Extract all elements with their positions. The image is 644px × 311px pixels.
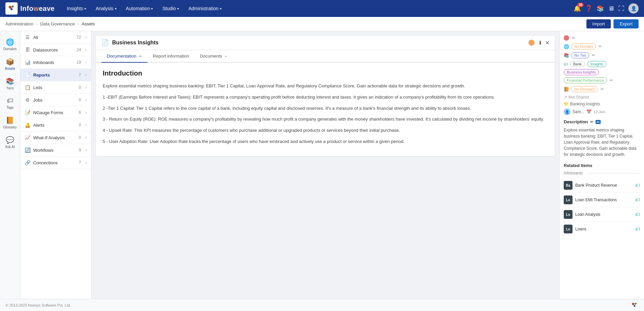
sidebar-item-tiers-label: Tiers <box>6 86 14 90</box>
related-item-loan-emi-transactions[interactable]: Lo Loan EMI Transactions 🏷 <box>564 193 640 207</box>
ngauge-label: NGauge Forms <box>33 110 76 115</box>
breadcrumb-data-governance[interactable]: Data Governance <box>40 21 75 26</box>
share-icon: ↗ <box>564 95 567 100</box>
infoboards-icon: 📊 <box>24 60 30 65</box>
related-tag-icon-1: 🏷 <box>635 183 640 188</box>
tag-chip-business-insights[interactable]: Business Insights <box>564 69 599 75</box>
sidebar-item-domains[interactable]: 🌐 Domains <box>0 35 20 54</box>
sidebar-item-glossary-label: Glossary <box>3 125 17 129</box>
doc-intro: Explore essential metrics shaping busine… <box>103 83 548 90</box>
footer-copyright: © 2013-2025 Noesys Software Pvt. Ltd. <box>5 303 71 307</box>
doc-point-4: 4 - Upsell Rate: This KPI measures the p… <box>103 127 548 134</box>
related-icon-lo1: Lo <box>564 195 573 204</box>
tab-report-information[interactable]: Report information <box>147 50 194 63</box>
rs-tags-row: 🏷 Bank Insights Business Insights Financ… <box>564 61 640 83</box>
edit-icon: ✏ <box>139 54 142 58</box>
tag-chip-bank[interactable]: Bank <box>570 61 585 67</box>
asset-list-item-jobs[interactable]: ⚙ Jobs 0 ≡ <box>20 94 91 106</box>
tag-chip-financial-performance[interactable]: Financial Performance <box>564 77 607 83</box>
user-small-avatar: 👤 <box>564 108 570 115</box>
arrow-icon-11: ≡ <box>85 161 87 165</box>
glossary-edit-button[interactable]: ✏ <box>601 87 604 91</box>
sidebar-item-tiers[interactable]: 📚 Tiers <box>0 75 20 93</box>
monitor-icon[interactable]: 🖥 <box>608 5 614 12</box>
tiers-icon: 📚 <box>6 77 14 85</box>
connections-count: 7 <box>79 160 81 165</box>
asset-list-item-datasources[interactable]: 🗄 Datasources 24 ≡ <box>20 44 91 56</box>
doc-point-5: 5 - User Adoption Rate: User Adoption Ra… <box>103 138 548 145</box>
sidebar-item-glossary[interactable]: 📙 Glossary <box>0 113 20 132</box>
nav-item-insights[interactable]: Insights ▾ <box>63 4 90 13</box>
description-edit-button[interactable]: ✏ <box>590 120 594 124</box>
rs-infoboards-label: Infoboards <box>564 171 640 175</box>
related-item-loan-analysis[interactable]: Lo Loan Analysis 🏷 <box>564 207 640 222</box>
tags-edit-button[interactable]: ✏ <box>610 78 613 83</box>
asset-list-item-ngauge-forms[interactable]: 📝 NGauge Forms 6 ≡ <box>20 106 91 119</box>
arrow-icon-8: ≡ <box>85 123 87 127</box>
color-edit-button[interactable]: ✏ <box>572 36 575 40</box>
domain-chip[interactable]: No Domain <box>571 43 596 49</box>
asset-list-item-reports[interactable]: 📄 Reports 7 ≡ <box>20 69 91 81</box>
domain-edit-button[interactable]: ✏ <box>599 44 602 49</box>
color-dot <box>564 35 569 41</box>
breadcrumb-actions: Import Export <box>586 19 639 28</box>
asset-list-item-what-if[interactable]: 📈 What-If Analysis 0 ≡ <box>20 131 91 144</box>
documentation-content: Introduction Explore essential metrics s… <box>96 63 555 156</box>
jobs-label: Jobs <box>33 98 76 103</box>
download-button[interactable]: ⬇ <box>538 40 542 46</box>
detail-status-badge <box>528 40 535 46</box>
asset-list-item-infoboards[interactable]: 📊 Infoboards 19 ≡ <box>20 56 91 69</box>
library-icon[interactable]: 📚 <box>597 5 604 12</box>
rs-banking-insights: 📁 Banking Insights <box>564 102 640 106</box>
infoboards-label: Infoboards <box>33 60 74 65</box>
ngauge-icon: 📝 <box>24 110 30 115</box>
nav-item-automation[interactable]: Automation ▾ <box>122 4 157 13</box>
sidebar-item-assets[interactable]: 📦 Assets <box>0 55 20 73</box>
ai-badge: AI <box>596 120 601 124</box>
nav-item-studio[interactable]: Studio ▾ <box>158 4 183 13</box>
related-item-bank-product-revenue[interactable]: Ba Bank Product Revenue 🏷 <box>564 178 640 193</box>
sidebar-item-tags[interactable]: 🏷 Tags <box>0 94 20 112</box>
glossary-chip[interactable]: No Glossary <box>571 86 598 92</box>
reports-count: 7 <box>79 72 81 77</box>
rs-description-title: Description ✏ AI <box>564 119 640 124</box>
asset-list-item-workflows[interactable]: 🔄 Workflows 9 ≡ <box>20 144 91 157</box>
breadcrumb-assets[interactable]: Assets <box>82 21 95 26</box>
what-if-count: 0 <box>79 135 81 140</box>
asset-list-item-lists[interactable]: 📋 Lists 0 ≡ <box>20 81 91 94</box>
breadcrumb-administration[interactable]: Administration <box>5 21 33 26</box>
nav-item-analysis[interactable]: Analysis ▾ <box>91 4 120 13</box>
notification-bell-icon[interactable]: 🔔 38 <box>574 5 581 12</box>
related-item-loans[interactable]: Lo Loans 🏷 <box>564 222 640 236</box>
tier-edit-button[interactable]: ✏ <box>592 53 595 58</box>
export-button[interactable]: Export <box>614 19 639 28</box>
expand-icon[interactable]: ⛶ <box>618 5 624 12</box>
sidebar-item-ask-ai[interactable]: 💬 Ask AI <box>0 133 20 151</box>
nav-icon-group: 🔔 38 ❓ 📚 🖥 ⛶ 👤 <box>574 3 639 14</box>
related-label-loan-emi-transactions: Loan EMI Transactions <box>575 198 632 202</box>
globe-icon: 🌐 <box>564 44 569 49</box>
nav-item-administration[interactable]: Administration ▾ <box>184 4 226 13</box>
detail-panel: 📄 Business Insights ⬇ ✕ Documentation ✏ … <box>96 35 555 157</box>
main-nav: Insights ▾ Analysis ▾ Automation ▾ Studi… <box>63 4 574 13</box>
tab-documents[interactable]: Documents + <box>194 50 232 63</box>
rs-not-shared: ↗ Not Shared <box>564 95 640 100</box>
import-button[interactable]: Import <box>586 19 611 28</box>
tag-icon: 🏷 <box>564 62 568 67</box>
tab-documentation[interactable]: Documentation ✏ <box>101 50 147 63</box>
tier-chip[interactable]: No Tier <box>571 52 589 58</box>
doc-point-3: 3 - Return on Equity (ROE): ROE measures… <box>103 116 548 123</box>
alerts-icon: 🔔 <box>24 122 30 128</box>
asset-list-item-all[interactable]: ☰ All 72 ≡ <box>20 31 91 44</box>
logo-icon <box>5 2 18 15</box>
arrow-icon-6: ≡ <box>85 98 87 102</box>
close-button[interactable]: ✕ <box>545 40 549 46</box>
rs-tier-row: 📚 No Tier ✏ <box>564 52 640 58</box>
tag-chip-insights[interactable]: Insights <box>587 61 606 67</box>
asset-list-item-alerts[interactable]: 🔔 Alerts 0 ≡ <box>20 119 91 131</box>
app-name: Infoweave <box>20 5 55 13</box>
user-avatar[interactable]: 👤 <box>628 3 639 14</box>
help-icon[interactable]: ❓ <box>585 5 593 12</box>
asset-list-item-connections[interactable]: 🔗 Connections 7 ≡ <box>20 157 91 169</box>
sidebar-item-assets-label: Assets <box>5 67 15 70</box>
